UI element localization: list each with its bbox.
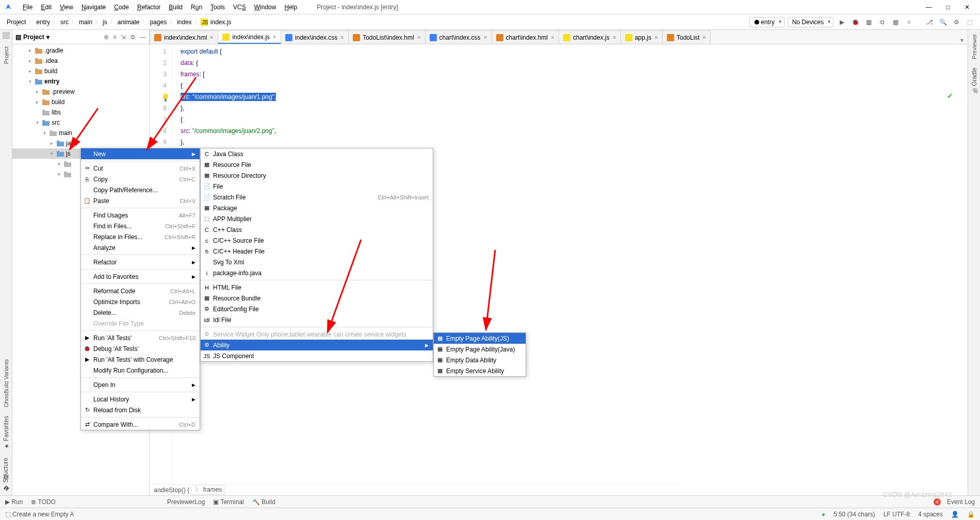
code-line[interactable]: data: { <box>181 57 968 69</box>
intention-bulb-icon[interactable]: 💡 <box>161 92 170 103</box>
menu-item[interactable]: Find Usages Alt+F7 <box>81 210 200 221</box>
breadcrumb-item[interactable]: Project <box>5 19 27 26</box>
breadcrumb-item[interactable]: index.js <box>209 19 233 26</box>
editor-tab[interactable]: index\index.js ✕ <box>218 30 281 44</box>
caret-position[interactable]: 5:50 (34 chars) <box>834 511 875 518</box>
tree-arrow-icon[interactable]: ▸ <box>48 141 55 146</box>
menu-item[interactable]: 🐞 Debug 'All Tests' <box>81 343 200 354</box>
menu-item[interactable]: ▦ Resource File <box>201 159 433 170</box>
menu-item[interactable]: Reformat Code Ctrl+Alt+L <box>81 286 200 296</box>
menu-item[interactable]: ▦ Package <box>201 203 433 213</box>
code-line[interactable]: }, <box>181 137 968 148</box>
menu-item[interactable]: JS JS Component <box>201 350 433 361</box>
close-tab-icon[interactable]: ✕ <box>340 35 344 40</box>
line-number[interactable]: 9 <box>150 137 167 148</box>
menu-edit[interactable]: Edit <box>37 4 56 11</box>
menu-item[interactable]: C Java Class <box>201 148 433 159</box>
breadcrumb-item[interactable]: js <box>101 19 109 26</box>
editor-tab[interactable]: TodoList ✕ <box>662 30 711 44</box>
menu-item[interactable]: H HTML File <box>201 282 433 293</box>
menu-item[interactable]: ⎘ Copy Ctrl+C <box>81 174 200 184</box>
menu-file[interactable]: FFileile <box>19 4 37 11</box>
menu-item[interactable]: ⬚ APP Multiplier <box>201 213 433 224</box>
tree-row[interactable]: ▸ java <box>12 138 149 148</box>
tab-overflow-icon[interactable]: ▾ <box>956 37 968 44</box>
menu-tools[interactable]: Tools <box>206 4 229 11</box>
tree-row[interactable]: ▸ build <box>12 66 149 76</box>
line-number[interactable]: 1 <box>150 46 167 57</box>
project-view-combo[interactable]: ▤ Project ▾ <box>15 33 50 41</box>
close-tab-icon[interactable]: ✕ <box>483 35 487 40</box>
tool-tab-previewer[interactable]: Previewer <box>971 30 977 63</box>
tree-arrow-icon[interactable]: ▸ <box>34 89 40 94</box>
menu-item[interactable]: Svg To Xml <box>201 257 433 267</box>
menu-item[interactable]: ↻ Reload from Disk <box>81 405 200 415</box>
menu-item[interactable]: ▦ Resource Bundle <box>201 293 433 304</box>
code-line[interactable]: { <box>181 80 968 91</box>
window-close-icon[interactable]: ✕ <box>965 4 970 11</box>
debug-icon[interactable]: 🐞 <box>850 17 860 27</box>
line-number[interactable]: 7 <box>150 114 167 125</box>
settings-icon[interactable]: ⚙ <box>951 17 961 27</box>
menu-item[interactable]: i package-info.java <box>201 267 433 278</box>
menu-item[interactable]: Analyze ▶ <box>81 242 200 253</box>
tree-arrow-icon[interactable]: ▸ <box>27 69 33 74</box>
menu-item[interactable]: Refactor ▶ <box>81 257 200 267</box>
run-configuration-combo[interactable]: ⬢ entry <box>749 17 785 27</box>
close-tab-icon[interactable]: ✕ <box>272 34 276 40</box>
menu-item[interactable]: h C/C++ Header File <box>201 246 433 257</box>
close-tab-icon[interactable]: ✕ <box>612 35 616 40</box>
tree-row[interactable]: ▸ .preview <box>12 87 149 97</box>
profile-icon[interactable]: ⧉ <box>877 17 887 27</box>
close-tab-icon[interactable]: ✕ <box>702 35 706 40</box>
line-number[interactable]: 8 <box>150 125 167 137</box>
breadcrumb-item[interactable]: entry <box>35 19 52 26</box>
menu-window[interactable]: Window <box>250 4 281 11</box>
breadcrumb-item[interactable]: index <box>175 19 193 26</box>
editor-tab[interactable]: chart\index.hml ✕ <box>492 30 559 44</box>
tool-tab-gradle[interactable]: 🐘 Gradle <box>971 63 978 98</box>
menu-item[interactable]: Open In ▶ <box>81 379 200 390</box>
stop-icon[interactable]: ■ <box>904 17 914 27</box>
tool-tab-project[interactable]: Project <box>3 42 9 68</box>
menu-item[interactable]: Find in Files... Ctrl+Shift+F <box>81 221 200 231</box>
menu-item[interactable]: Local History ▶ <box>81 394 200 405</box>
project-tool-icon[interactable] <box>3 32 10 39</box>
notifications-icon[interactable]: ⬚ <box>965 17 975 27</box>
inspection-icon[interactable]: 👤 <box>951 511 959 518</box>
breadcrumb-item[interactable]: pages <box>148 19 168 26</box>
menu-item[interactable]: idl Idl File <box>201 314 433 325</box>
code-line[interactable]: frames: [ <box>181 69 968 80</box>
tree-row[interactable]: ▾ entry <box>12 76 149 87</box>
menu-item[interactable]: Copy Path/Reference... <box>81 184 200 195</box>
attach-icon[interactable]: ▦ <box>890 17 901 27</box>
menu-item[interactable]: ▶ Run 'All Tests' with Coverage <box>81 354 200 365</box>
editor-tab[interactable]: index\index.hml ✕ <box>150 30 218 44</box>
menu-item[interactable]: ⚙ Ability ▶ <box>201 340 433 350</box>
menu-item[interactable]: ▦ Empty Service Ability <box>434 365 526 376</box>
menu-item[interactable]: ▦ Empty Page Ability(JS) <box>434 333 526 344</box>
run-icon[interactable]: ▶ <box>837 17 847 27</box>
menu-build[interactable]: Build <box>165 4 187 11</box>
editor-tab[interactable]: app.js ✕ <box>620 30 663 44</box>
menu-item[interactable]: Optimize Imports Ctrl+Alt+O <box>81 296 200 307</box>
tool-build[interactable]: 🔨 Build <box>252 498 275 506</box>
menu-navigate[interactable]: Navigate <box>77 4 110 11</box>
tree-arrow-icon[interactable]: ▾ <box>48 151 55 156</box>
line-ending[interactable]: LF UTF-8 <box>884 511 910 518</box>
hide-icon[interactable]: — <box>140 33 146 41</box>
editor-tab[interactable]: chart\index.css ✕ <box>425 30 492 44</box>
code-line[interactable]: { <box>181 114 968 125</box>
tree-row[interactable]: ▸ .gradle <box>12 45 149 56</box>
tree-row[interactable]: ▸ .idea <box>12 56 149 66</box>
tree-row[interactable]: ▸ build <box>12 97 149 107</box>
menu-item[interactable]: Modify Run Configuration... <box>81 365 200 376</box>
tree-arrow-icon[interactable]: ▾ <box>41 130 47 136</box>
tree-arrow-icon[interactable]: ▸ <box>27 58 33 63</box>
event-log-badge-icon[interactable]: 4 <box>934 498 941 506</box>
menu-view[interactable]: View <box>56 4 77 11</box>
lock-icon[interactable]: 🔒 <box>967 511 975 518</box>
close-tab-icon[interactable]: ✕ <box>209 35 214 40</box>
line-number[interactable]: 6 <box>150 103 167 114</box>
menu-item[interactable]: Add to Favorites ▶ <box>81 271 200 282</box>
